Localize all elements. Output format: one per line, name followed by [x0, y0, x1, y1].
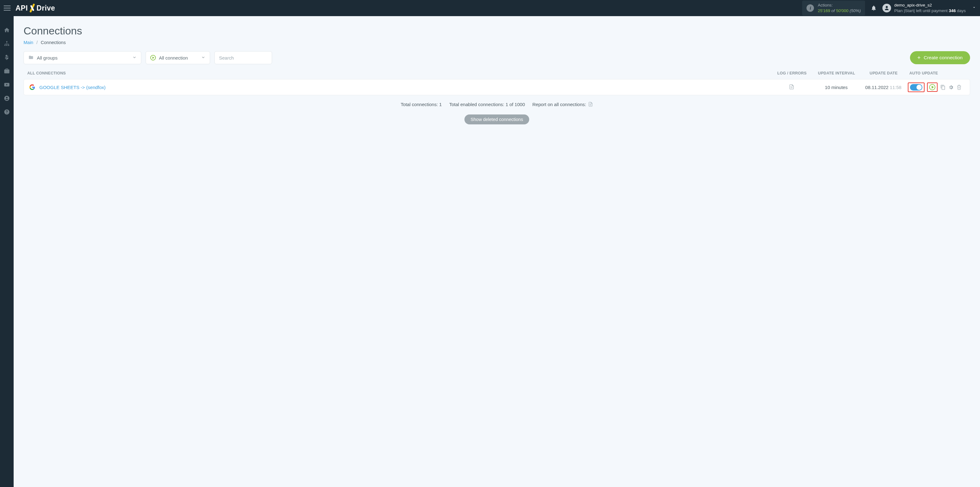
highlight-run [927, 83, 937, 92]
svg-rect-4 [8, 45, 9, 46]
sidebar-connections[interactable] [3, 40, 10, 47]
breadcrumb-current: Connections [41, 40, 66, 45]
chevron-down-icon [132, 55, 137, 61]
cell-auto [907, 83, 969, 92]
plus-icon: + [917, 54, 921, 61]
svg-rect-1 [6, 41, 7, 42]
page-title: Connections [24, 25, 970, 37]
plan-prefix: Plan |Start| left until payment [894, 8, 947, 13]
info-icon: i [807, 4, 814, 12]
summary-total: Total connections: 1 [401, 102, 442, 107]
breadcrumb: Main / Connections [24, 40, 970, 45]
main: Connections Main / Connections All group… [14, 16, 980, 487]
plan-days: 346 [949, 8, 956, 13]
run-button[interactable] [929, 84, 935, 90]
username: demo_apix-drive_s2 [894, 3, 966, 8]
folder-icon [28, 55, 34, 61]
summary-report[interactable]: Report on all connections: [532, 101, 593, 107]
user-menu[interactable]: demo_apix-drive_s2 Plan |Start| left unt… [882, 3, 976, 13]
table-row: GOOGLE SHEETS -> (sendfox) 10 minutes 08… [24, 79, 970, 95]
sidebar-help[interactable] [3, 109, 10, 115]
groups-dropdown[interactable]: All groups [24, 51, 141, 64]
document-icon [588, 101, 593, 107]
sidebar [0, 16, 14, 487]
menu-toggle[interactable] [4, 6, 11, 11]
summary-report-label: Report on all connections: [532, 102, 586, 107]
plan-suffix: days [957, 8, 966, 13]
document-icon [789, 84, 794, 90]
connection-link[interactable]: GOOGLE SHEETS -> (sendfox) [39, 85, 106, 90]
th-auto: AUTO UPDATE [907, 71, 969, 75]
topbar-left: API Drive [4, 4, 55, 13]
highlight-toggle [908, 83, 924, 92]
create-label: Create connection [924, 55, 963, 61]
sidebar-tools[interactable] [3, 68, 10, 75]
avatar-icon [882, 4, 891, 13]
search-input[interactable]: Search [215, 51, 272, 64]
settings-button[interactable] [948, 85, 954, 90]
sidebar-billing[interactable] [3, 54, 10, 61]
chevron-down-icon [201, 55, 205, 61]
logo-x-icon [29, 4, 36, 12]
logo[interactable]: API Drive [16, 4, 55, 13]
conn-label: All connection [159, 55, 188, 61]
cell-name: GOOGLE SHEETS -> (sendfox) [25, 85, 771, 90]
sidebar-video[interactable] [3, 81, 10, 88]
svg-point-0 [886, 6, 888, 8]
summary-row: Total connections: 1 Total enabled conne… [24, 101, 970, 107]
create-connection-button[interactable]: + Create connection [910, 51, 970, 64]
svg-point-7 [6, 97, 8, 98]
th-date: UPDATE DATE [861, 71, 907, 75]
breadcrumb-sep: / [36, 40, 38, 45]
google-icon [29, 85, 35, 90]
date-part: 08.11.2022 [865, 85, 889, 90]
summary-enabled: Total enabled connections: 1 of 1000 [449, 102, 525, 107]
groups-label: All groups [37, 55, 57, 61]
sidebar-home[interactable] [3, 27, 10, 34]
svg-point-9 [6, 113, 7, 113]
play-circle-icon [150, 55, 156, 61]
actions-used: 25'169 [818, 8, 830, 13]
topbar-right: i Actions: 25'169 of 50'000 (50%) demo_a… [802, 1, 976, 15]
chevron-down-icon [972, 5, 976, 11]
cell-interval: 10 minutes [812, 85, 860, 90]
user-text: demo_apix-drive_s2 Plan |Start| left unt… [894, 3, 966, 13]
breadcrumb-main[interactable]: Main [24, 40, 33, 45]
actions-of: of [831, 8, 835, 13]
time-part: 11:58 [890, 85, 902, 90]
search-placeholder: Search [219, 55, 234, 61]
logo-post: Drive [37, 4, 55, 13]
th-log: LOG / ERRORS [771, 71, 813, 75]
th-interval: UPDATE INTERVAL [813, 71, 861, 75]
actions-label: Actions: [818, 3, 861, 8]
cell-date: 08.11.2022 11:58 [860, 85, 907, 90]
body: Connections Main / Connections All group… [0, 16, 980, 487]
actions-total: 50'000 [836, 8, 848, 13]
sidebar-account[interactable] [3, 95, 10, 102]
show-deleted-button[interactable]: Show deleted connections [465, 115, 529, 125]
th-name: ALL CONNECTIONS [25, 71, 771, 75]
copy-button[interactable] [940, 85, 946, 90]
logo-pre: API [16, 4, 28, 13]
topbar: API Drive i Actions: 25'169 of 50'000 (5… [0, 0, 980, 16]
delete-button[interactable] [956, 85, 962, 90]
controls-row: All groups All connection Search + Creat… [24, 51, 970, 64]
svg-rect-3 [6, 45, 7, 46]
svg-rect-2 [5, 45, 6, 46]
connection-status-dropdown[interactable]: All connection [146, 51, 210, 64]
auto-update-toggle[interactable] [910, 84, 923, 91]
actions-box[interactable]: i Actions: 25'169 of 50'000 (50%) [802, 1, 865, 15]
actions-text: Actions: 25'169 of 50'000 (50%) [818, 3, 861, 13]
table-header: ALL CONNECTIONS LOG / ERRORS UPDATE INTE… [24, 71, 970, 79]
actions-pct: (50%) [850, 8, 861, 13]
bell-icon[interactable] [871, 5, 877, 11]
cell-log[interactable] [771, 84, 812, 91]
